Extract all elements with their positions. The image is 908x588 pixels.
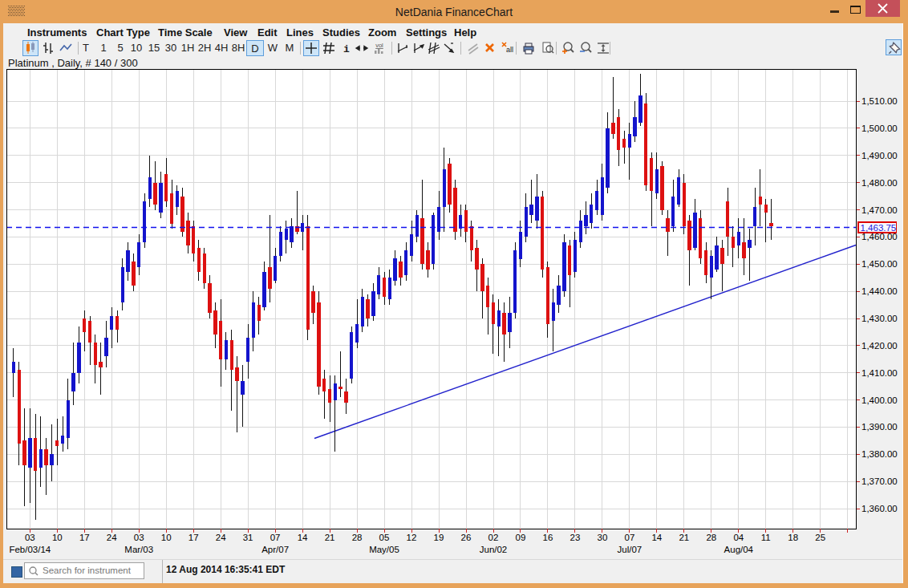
svg-text:1,510.00: 1,510.00: [861, 96, 898, 106]
svg-text:24: 24: [107, 533, 117, 542]
svg-text:14: 14: [651, 533, 662, 542]
svg-text:1,360.00: 1,360.00: [861, 504, 898, 513]
svg-text:1,470.00: 1,470.00: [861, 205, 898, 215]
svg-text:1,380.00: 1,380.00: [861, 449, 898, 459]
svg-text:Jul/07: Jul/07: [618, 545, 642, 554]
svg-text:07: 07: [270, 533, 281, 542]
svg-text:26: 26: [461, 533, 472, 542]
svg-text:28: 28: [352, 533, 363, 542]
svg-text:03: 03: [25, 533, 35, 542]
svg-text:1,463.75: 1,463.75: [861, 223, 897, 233]
svg-text:11: 11: [761, 533, 771, 542]
svg-text:vol: vol: [375, 42, 383, 49]
svg-text:1,420.00: 1,420.00: [861, 341, 898, 351]
svg-text:28: 28: [706, 533, 716, 542]
svg-text:all: all: [506, 46, 513, 54]
svg-text:16: 16: [543, 533, 553, 542]
svg-text:30: 30: [598, 533, 608, 542]
svg-text:12: 12: [407, 533, 417, 542]
svg-text:May/05: May/05: [369, 545, 399, 554]
svg-text:31: 31: [243, 533, 253, 542]
svg-text:1,410.00: 1,410.00: [861, 368, 898, 378]
svg-text:1,450.00: 1,450.00: [861, 259, 898, 269]
svg-text:1,400.00: 1,400.00: [861, 395, 898, 405]
svg-text:03: 03: [134, 533, 144, 542]
svg-text:04: 04: [733, 533, 744, 542]
svg-text:21: 21: [679, 533, 689, 542]
svg-text:17: 17: [188, 533, 199, 542]
svg-text:Mar/03: Mar/03: [124, 545, 153, 554]
svg-text:14: 14: [298, 533, 308, 542]
svg-text:1,430.00: 1,430.00: [861, 314, 898, 323]
svg-text:1,370.00: 1,370.00: [861, 476, 898, 486]
svg-text:19: 19: [434, 533, 444, 542]
svg-text:09: 09: [516, 533, 526, 542]
svg-text:21: 21: [325, 533, 335, 542]
svg-text:24: 24: [216, 533, 226, 542]
svg-text:17: 17: [79, 533, 90, 542]
svg-text:1,500.00: 1,500.00: [861, 124, 898, 133]
svg-text:1,490.00: 1,490.00: [861, 151, 898, 160]
svg-text:10: 10: [52, 533, 63, 542]
svg-text:Feb/03/14: Feb/03/14: [9, 545, 51, 554]
svg-text:02: 02: [488, 533, 499, 542]
svg-text:10: 10: [161, 533, 172, 542]
svg-text:Jun/02: Jun/02: [480, 545, 508, 554]
svg-text:18: 18: [788, 533, 798, 542]
svg-text:1,390.00: 1,390.00: [861, 422, 898, 432]
svg-text:23: 23: [570, 533, 581, 542]
svg-text:07: 07: [625, 533, 635, 542]
svg-text:1,440.00: 1,440.00: [861, 286, 898, 296]
svg-text:i: i: [343, 43, 350, 55]
svg-text:25: 25: [815, 533, 825, 542]
svg-text:1,480.00: 1,480.00: [861, 178, 898, 188]
svg-text:Aug/04: Aug/04: [724, 545, 754, 554]
svg-text:Apr/07: Apr/07: [261, 545, 289, 554]
svg-text:05: 05: [379, 533, 390, 542]
svg-text:1,460.00: 1,460.00: [861, 232, 898, 241]
